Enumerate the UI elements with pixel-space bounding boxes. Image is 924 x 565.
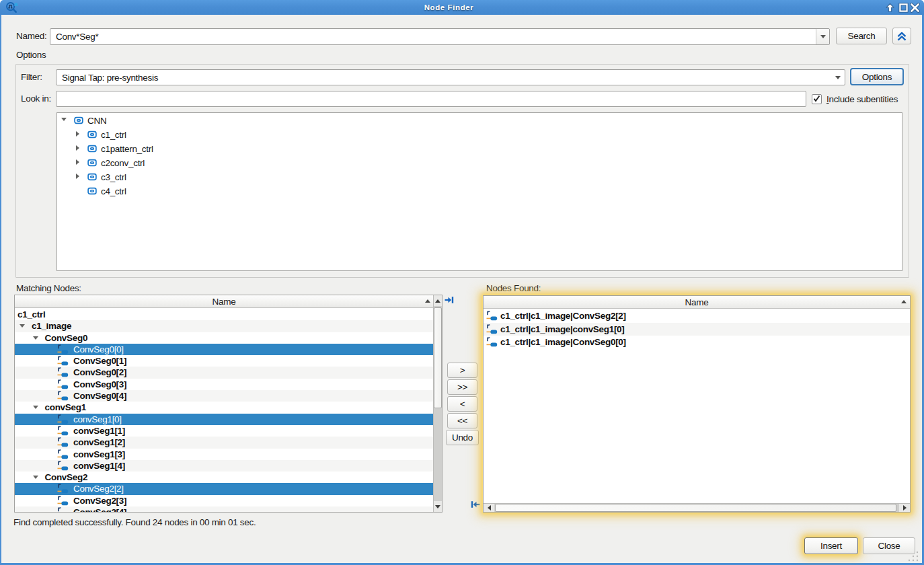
entity-icon <box>87 143 98 154</box>
named-dropdown-button[interactable] <box>816 29 829 44</box>
filter-combobox[interactable]: Signal Tap: pre-synthesis <box>56 69 845 85</box>
matching-column-title: Name <box>213 297 236 307</box>
matching-row-ConvSeg0[2][interactable]: ConvSeg0[2] <box>15 367 433 378</box>
nodes-found-table[interactable]: Name c1_ctrl|c1_image|ConvSeg2[2] c1_ctr… <box>483 295 911 513</box>
close-window-button[interactable] <box>909 2 921 13</box>
add-selected-button[interactable]: > <box>447 363 477 378</box>
expander-collapsed-icon[interactable] <box>76 174 79 179</box>
matching-row-ConvSeg0[4][interactable]: ConvSeg0[4] <box>15 390 433 402</box>
sort-ascending-icon <box>901 300 907 303</box>
registered-node-icon <box>57 437 69 448</box>
matching-row-convSeg1[0][interactable]: convSeg1[0] <box>15 414 433 425</box>
registered-node-icon <box>57 379 69 390</box>
double-chevron-up-icon <box>896 30 908 42</box>
matching-item-label: convSeg1[0] <box>73 414 122 425</box>
matching-scrollbar-thumb[interactable] <box>434 307 442 408</box>
entity-icon-wrap <box>73 115 84 128</box>
found-row-c1_ctrl|c1_image|ConvSeg0[0][interactable]: c1_ctrl|c1_image|ConvSeg0[0] <box>484 336 910 349</box>
tree-item-c2conv_ctrl[interactable]: c2conv_ctrl <box>57 156 902 170</box>
named-combobox[interactable]: Conv*Seg* <box>50 28 830 45</box>
node-finder-window: Node Finder Named: Conv*Seg* Searc <box>0 0 924 565</box>
matching-item-label: ConvSeg2[2] <box>73 483 124 494</box>
undo-button[interactable]: Undo <box>446 430 479 445</box>
matching-item-label: ConvSeg0[0] <box>73 344 124 355</box>
matching-row-ConvSeg0[3][interactable]: ConvSeg0[3] <box>15 379 433 390</box>
matching-row-ConvSeg0[0][interactable]: ConvSeg0[0] <box>15 344 433 355</box>
maximize-window-button[interactable] <box>898 2 909 13</box>
expander-expanded-icon[interactable] <box>33 336 38 340</box>
options-section-label: Options <box>16 50 46 60</box>
registered-node-icon <box>486 310 498 322</box>
add-all-label: >> <box>457 382 467 392</box>
matching-item-label: convSeg1[1] <box>73 425 125 437</box>
expander-collapsed-icon[interactable] <box>76 131 79 137</box>
matching-row-convSeg1[4][interactable]: convSeg1[4] <box>15 460 433 472</box>
matching-vertical-scrollbar[interactable] <box>433 295 442 512</box>
entity-icon-wrap <box>87 186 98 199</box>
tree-item-c4_ctrl[interactable]: c4_ctrl <box>57 184 902 198</box>
move-all-right-button[interactable] <box>445 295 454 305</box>
found-row-c1_ctrl|c1_image|convSeg1[0][interactable]: c1_ctrl|c1_image|convSeg1[0] <box>484 323 910 336</box>
filter-dropdown-button[interactable] <box>831 70 845 85</box>
matching-row-c1_image[interactable]: c1_image <box>15 320 433 332</box>
search-button[interactable]: Search <box>836 28 887 44</box>
matching-item-label: ConvSeg2[4] <box>73 506 126 512</box>
named-value: Conv*Seg* <box>56 29 98 44</box>
tree-item-c1pattern_ctrl[interactable]: c1pattern_ctrl <box>57 142 902 156</box>
expander-expanded-icon[interactable] <box>61 118 67 121</box>
expander-expanded-icon[interactable] <box>33 476 38 479</box>
tree-item-c3_ctrl[interactable]: c3_ctrl <box>57 170 902 184</box>
expander-collapsed-icon[interactable] <box>76 145 79 151</box>
found-name-column-header[interactable]: Name <box>484 296 910 309</box>
found-horizontal-scrollbar[interactable] <box>484 503 910 512</box>
matching-nodes-label: Matching Nodes: <box>16 283 81 293</box>
bar-arrow-left-icon <box>471 500 480 509</box>
look-in-label: Look in: <box>21 93 51 104</box>
add-all-button[interactable]: >> <box>447 379 477 395</box>
scroll-up-button[interactable] <box>434 295 442 306</box>
matching-nodes-table[interactable]: Name c1_ctrlc1_imageConvSeg0 ConvSeg0[0]… <box>14 295 442 513</box>
tree-item-CNN[interactable]: CNN <box>57 114 902 128</box>
titlebar[interactable]: Node Finder <box>0 0 924 15</box>
matching-row-convSeg1[2][interactable]: convSeg1[2] <box>15 437 433 448</box>
hierarchy-tree[interactable]: CNN c1_ctrl c1pattern_ctrl c2conv_ctrl c… <box>56 112 902 271</box>
registered-node-icon <box>486 324 498 335</box>
expander-expanded-icon[interactable] <box>33 406 38 409</box>
window-title: Node Finder <box>0 0 898 15</box>
filter-options-button[interactable]: Options <box>850 68 904 85</box>
registered-node-icon <box>57 495 69 506</box>
scroll-down-button[interactable] <box>434 501 442 512</box>
matching-row-ConvSeg2[3][interactable]: ConvSeg2[3] <box>15 495 433 506</box>
scroll-right-button[interactable] <box>899 504 910 512</box>
move-all-left-button[interactable] <box>471 500 480 509</box>
resize-grip[interactable] <box>904 551 919 562</box>
entity-icon <box>87 186 98 196</box>
scroll-left-button[interactable] <box>484 504 494 512</box>
matching-item-label: ConvSeg2 <box>45 472 88 483</box>
expander-expanded-icon[interactable] <box>20 324 25 328</box>
matching-row-c1_ctrl[interactable]: c1_ctrl <box>15 309 433 320</box>
matching-row-ConvSeg2[interactable]: ConvSeg2 <box>15 472 433 483</box>
look-in-input[interactable] <box>56 91 806 107</box>
matching-item-label: convSeg1[3] <box>73 449 125 460</box>
found-scrollbar-thumb[interactable] <box>495 504 896 512</box>
insert-button[interactable]: Insert <box>804 537 858 554</box>
collapse-options-button[interactable] <box>892 28 911 44</box>
found-row-c1_ctrl|c1_image|ConvSeg2[2][interactable]: c1_ctrl|c1_image|ConvSeg2[2] <box>484 309 910 323</box>
matching-row-ConvSeg2[4][interactable]: ConvSeg2[4] <box>15 506 433 512</box>
matching-name-column-header[interactable]: Name <box>15 295 433 308</box>
expander-collapsed-icon[interactable] <box>76 159 79 165</box>
matching-row-convSeg1[interactable]: convSeg1 <box>15 402 433 413</box>
matching-row-ConvSeg0[1][interactable]: ConvSeg0[1] <box>15 355 433 367</box>
matching-row-convSeg1[3][interactable]: convSeg1[3] <box>15 449 433 460</box>
tree-item-c1_ctrl[interactable]: c1_ctrl <box>57 128 902 142</box>
remove-selected-button[interactable]: < <box>447 396 477 412</box>
matching-row-ConvSeg0[interactable]: ConvSeg0 <box>15 332 433 344</box>
scroll-right-arrow-icon <box>903 505 907 511</box>
include-subentities-checkbox[interactable] <box>812 94 822 104</box>
remove-all-button[interactable]: << <box>447 413 477 428</box>
matching-row-ConvSeg2[2][interactable]: ConvSeg2[2] <box>15 483 433 494</box>
tree-item-label: c1_ctrl <box>101 128 126 142</box>
matching-row-convSeg1[1][interactable]: convSeg1[1] <box>15 425 433 437</box>
shade-window-button[interactable] <box>884 2 896 13</box>
